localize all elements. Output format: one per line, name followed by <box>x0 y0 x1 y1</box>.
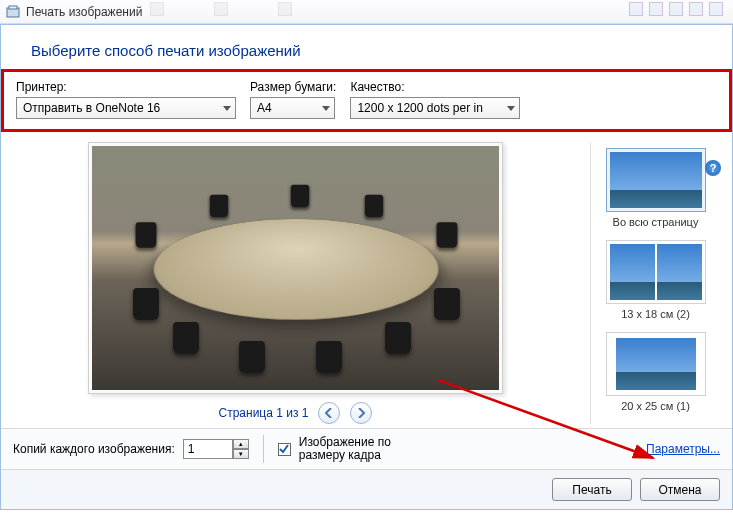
printer-label: Принтер: <box>16 80 236 94</box>
copies-up-button[interactable]: ▲ <box>233 439 249 449</box>
prev-page-button[interactable] <box>318 402 340 424</box>
copies-input[interactable] <box>183 439 233 459</box>
layout-13x18[interactable]: 13 x 18 см (2) <box>602 236 710 322</box>
checkmark-icon <box>279 444 289 454</box>
chevron-down-icon <box>223 106 231 111</box>
quality-field: Качество: 1200 x 1200 dots per in <box>350 80 520 119</box>
print-button[interactable]: Печать <box>552 478 632 501</box>
fit-frame-checkbox[interactable] <box>278 443 291 456</box>
copies-label: Копий каждого изображения: <box>13 442 175 456</box>
preview-column: Страница 1 из 1 <box>13 142 578 424</box>
page-indicator: Страница 1 из 1 <box>219 406 309 420</box>
printer-value: Отправить в OneNote 16 <box>23 101 160 115</box>
chevron-down-icon <box>507 106 515 111</box>
preview-image <box>92 146 499 390</box>
printer-dropdown[interactable]: Отправить в OneNote 16 <box>16 97 236 119</box>
print-dialog: Выберите способ печати изображений Принт… <box>0 24 733 510</box>
layouts-column: Во всю страницу 13 x 18 см (2) 20 x 25 с… <box>590 142 720 424</box>
layout-full-page[interactable]: Во всю страницу <box>602 144 710 230</box>
copies-spinner: ▲ ▼ <box>183 439 249 459</box>
layout-20x25[interactable]: 20 x 25 см (1) <box>602 328 710 414</box>
dialog-title: Выберите способ печати изображений <box>31 42 712 59</box>
copies-down-button[interactable]: ▼ <box>233 449 249 459</box>
help-button[interactable]: ? <box>705 160 721 176</box>
cancel-button[interactable]: Отмена <box>640 478 720 501</box>
chevron-left-icon <box>325 408 333 418</box>
window-title: Печать изображений <box>26 5 142 19</box>
dialog-header: Выберите способ печати изображений <box>1 25 732 69</box>
chevron-down-icon <box>322 106 330 111</box>
dialog-buttons: Печать Отмена <box>1 469 732 509</box>
parameters-link[interactable]: Параметры... <box>646 442 720 456</box>
quality-value: 1200 x 1200 dots per in <box>357 101 482 115</box>
background-icons <box>629 2 723 16</box>
highlighted-settings-area: Принтер: Отправить в OneNote 16 Размер б… <box>1 69 732 132</box>
paper-size-value: A4 <box>257 101 272 115</box>
layout-13x18-label: 13 x 18 см (2) <box>621 308 690 320</box>
paper-size-dropdown[interactable]: A4 <box>250 97 335 119</box>
preview-frame <box>88 142 503 394</box>
paper-size-label: Размер бумаги: <box>250 80 336 94</box>
svg-rect-1 <box>9 6 17 9</box>
divider <box>263 435 264 463</box>
layout-20x25-label: 20 x 25 см (1) <box>621 400 690 412</box>
next-page-button[interactable] <box>350 402 372 424</box>
options-row: Копий каждого изображения: ▲ ▼ Изображен… <box>1 428 732 469</box>
paper-size-field: Размер бумаги: A4 <box>250 80 336 119</box>
chevron-right-icon <box>357 408 365 418</box>
layout-full-page-label: Во всю страницу <box>613 216 699 228</box>
quality-dropdown[interactable]: 1200 x 1200 dots per in <box>350 97 520 119</box>
pager: Страница 1 из 1 <box>219 402 373 424</box>
fit-frame-label: Изображение по размеру кадра <box>299 436 429 462</box>
app-icon <box>6 5 20 19</box>
printer-field: Принтер: Отправить в OneNote 16 <box>16 80 236 119</box>
title-bar: Печать изображений <box>0 0 733 24</box>
quality-label: Качество: <box>350 80 520 94</box>
